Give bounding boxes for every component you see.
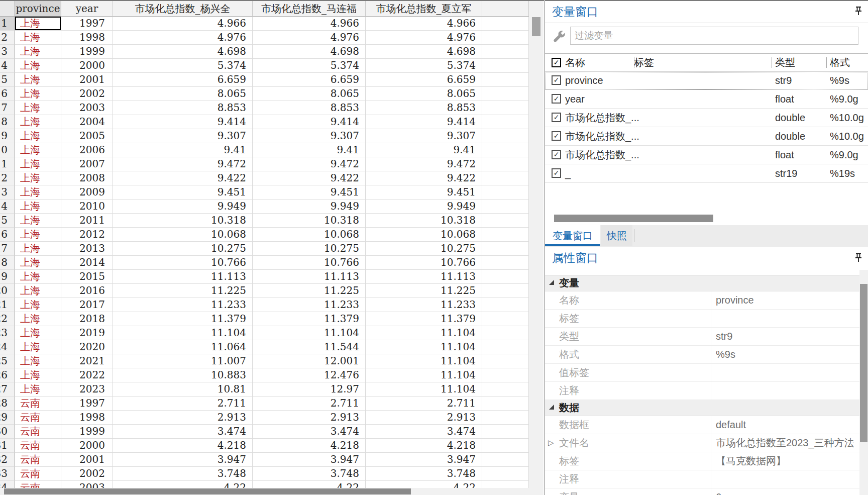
cell-empty[interactable] [482,59,529,73]
cell-index-xialijun[interactable]: 10.275 [366,242,482,256]
cell-index-yangxingquan[interactable]: 11.104 [113,326,253,340]
cell-index-xialijun[interactable]: 11.104 [366,368,482,382]
cell-index-xialijun[interactable]: 9.451 [366,185,482,200]
row-number-cell[interactable]: 3 [0,45,15,59]
cell-index-yangxingquan[interactable]: 8.853 [113,101,253,115]
cell-year[interactable]: 2004 [61,115,113,129]
cell-index-xialijun[interactable]: 9.422 [366,171,482,185]
row-number-cell[interactable]: 15 [0,214,15,228]
checkbox-checked-icon[interactable]: ✓ [552,113,561,122]
cell-index-xialijun[interactable]: 11.233 [366,298,482,312]
cell-index-malianfu[interactable]: 3.474 [253,425,366,439]
filter-variables-input[interactable] [570,27,858,45]
cell-index-yangxingquan[interactable]: 10.766 [113,256,253,270]
cell-index-xialijun[interactable]: 10.068 [366,228,482,242]
cell-province[interactable]: 上海 [15,368,61,382]
cell-index-xialijun[interactable]: 4.698 [366,45,482,59]
cell-index-malianfu[interactable]: 11.233 [253,298,366,312]
row-number-cell[interactable]: 7 [0,101,15,115]
cell-empty[interactable] [482,157,529,171]
cell-index-malianfu[interactable]: 6.659 [253,73,366,87]
column-header-index-xialijun[interactable]: 市场化总指数_夏立军 [366,1,482,17]
grid-corner-cell[interactable] [0,1,15,17]
cell-index-malianfu[interactable]: 10.068 [253,228,366,242]
cell-province[interactable]: 上海 [15,45,61,59]
cell-province[interactable]: 上海 [15,256,61,270]
cell-index-yangxingquan[interactable]: 3.748 [113,467,253,481]
cell-index-yangxingquan[interactable]: 11.113 [113,270,253,284]
row-number-cell[interactable]: 28 [0,397,15,411]
cell-province[interactable]: 云南 [15,439,61,453]
cell-index-yangxingquan[interactable]: 9.414 [113,115,253,129]
row-number-cell[interactable]: 22 [0,312,15,326]
variable-row[interactable]: ✓市场化总指数_...double%10.0g [545,127,868,146]
cell-empty[interactable] [482,270,529,284]
property-value[interactable]: 6 [711,488,859,495]
property-section-header[interactable]: 变量 [545,275,859,291]
cell-empty[interactable] [482,397,529,411]
variable-row[interactable]: ✓市场化总指数_...double%10.0g [545,109,868,127]
variable-row[interactable]: ✓yearfloat%9.0g [545,90,868,109]
cell-index-malianfu[interactable]: 4.218 [253,439,366,453]
cell-province[interactable]: 上海 [15,73,61,87]
cell-empty[interactable] [482,368,529,382]
cell-empty[interactable] [482,284,529,298]
cell-empty[interactable] [482,129,529,143]
cell-year[interactable]: 2007 [61,157,113,171]
cell-index-xialijun[interactable]: 3.474 [366,425,482,439]
variable-checkbox-cell[interactable]: ✓ [545,127,565,145]
checkbox-checked-icon[interactable]: ✓ [552,131,561,141]
row-number-cell[interactable]: 32 [0,453,15,467]
cell-index-yangxingquan[interactable]: 3.474 [113,425,253,439]
cell-index-yangxingquan[interactable]: 2.913 [113,411,253,425]
variables-header-type[interactable]: 类型 [772,54,826,71]
row-number-cell[interactable]: 8 [0,115,15,129]
row-number-cell[interactable]: 25 [0,354,15,368]
cell-index-xialijun[interactable]: 8.853 [366,101,482,115]
property-value[interactable] [711,470,859,488]
cell-index-malianfu[interactable]: 4.976 [253,31,366,45]
cell-province[interactable]: 上海 [15,242,61,256]
cell-province[interactable]: 云南 [15,411,61,425]
cell-index-yangxingquan[interactable]: 10.068 [113,228,253,242]
cell-index-yangxingquan[interactable]: 3.947 [113,453,253,467]
triangle-collapsed-icon[interactable]: ▷ [548,434,554,452]
cell-index-xialijun[interactable]: 11.379 [366,312,482,326]
cell-index-xialijun[interactable]: 11.104 [366,340,482,354]
cell-year[interactable]: 2001 [61,73,113,87]
cell-index-yangxingquan[interactable]: 9.41 [113,143,253,157]
cell-province[interactable]: 上海 [15,200,61,214]
cell-year[interactable]: 2018 [61,312,113,326]
cell-province[interactable]: 上海 [15,185,61,200]
variable-checkbox-cell[interactable]: ✓ [545,90,565,108]
cell-index-xialijun[interactable]: 3.748 [366,467,482,481]
cell-index-yangxingquan[interactable]: 11.233 [113,298,253,312]
variable-row[interactable]: ✓provincestr9%9s [545,71,868,90]
pin-icon[interactable] [854,6,863,16]
cell-index-yangxingquan[interactable]: 10.883 [113,368,253,382]
cell-empty[interactable] [482,411,529,425]
cell-index-yangxingquan[interactable]: 4.966 [113,17,253,31]
cell-index-xialijun[interactable]: 4.976 [366,31,482,45]
property-section-header[interactable]: 数据 [545,400,859,416]
column-header-empty[interactable] [482,1,529,17]
row-number-cell[interactable]: 31 [0,439,15,453]
cell-index-xialijun[interactable]: 9.472 [366,157,482,171]
cell-province[interactable]: 上海 [15,270,61,284]
row-number-cell[interactable]: 14 [0,200,15,214]
cell-index-malianfu[interactable]: 11.113 [253,270,366,284]
row-number-cell[interactable]: 16 [0,228,15,242]
cell-year[interactable]: 2006 [61,143,113,157]
grid-vertical-scrollbar[interactable] [529,1,544,495]
cell-year[interactable]: 2019 [61,326,113,340]
triangle-expanded-icon[interactable] [549,405,554,410]
cell-index-malianfu[interactable]: 4.966 [253,17,366,31]
tab-variables-window[interactable]: 变量窗口 [545,225,600,246]
cell-index-yangxingquan[interactable]: 4.218 [113,439,253,453]
cell-province[interactable]: 上海 [15,214,61,228]
cell-year[interactable]: 2022 [61,368,113,382]
cell-year[interactable]: 2010 [61,200,113,214]
cell-index-yangxingquan[interactable]: 5.374 [113,59,253,73]
cell-province[interactable]: 上海 [15,59,61,73]
cell-province[interactable]: 上海 [15,228,61,242]
